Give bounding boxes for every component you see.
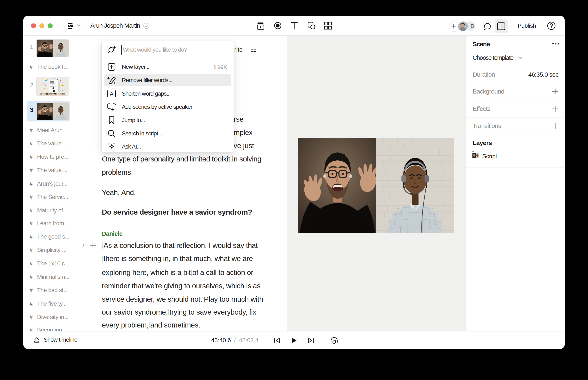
- svg-text:A: A: [110, 91, 113, 97]
- svg-text:“: “: [471, 151, 474, 155]
